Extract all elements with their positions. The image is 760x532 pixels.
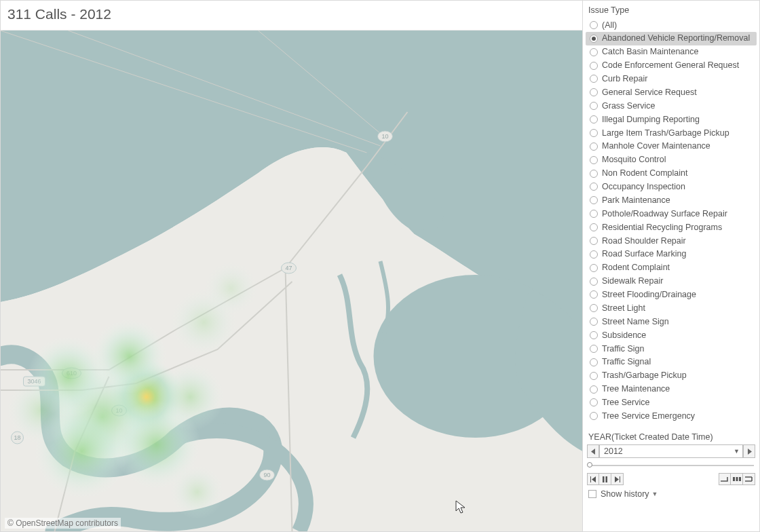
issue-type-option-label: Street Flooding/Drainage bbox=[602, 289, 696, 301]
radio-icon bbox=[590, 358, 598, 366]
issue-type-option[interactable]: Traffic Sign bbox=[586, 342, 757, 356]
issue-type-option[interactable]: Street Light bbox=[586, 301, 757, 315]
radio-icon bbox=[590, 250, 598, 259]
issue-type-option-label: Trash/Garbage Pickup bbox=[602, 370, 687, 381]
radio-icon bbox=[590, 75, 598, 83]
loop-mode-bounce-button[interactable] bbox=[743, 473, 755, 485]
pause-button[interactable] bbox=[599, 473, 611, 485]
issue-type-option[interactable]: Road Surface Marking bbox=[586, 248, 757, 261]
issue-type-option[interactable]: Residential Recycling Programs bbox=[586, 221, 757, 234]
issue-type-option[interactable]: Trash/Garbage Pickup bbox=[586, 369, 757, 383]
radio-icon bbox=[590, 412, 598, 420]
issue-type-option[interactable]: Park Maintenance bbox=[586, 193, 757, 207]
year-next-button[interactable] bbox=[743, 444, 755, 458]
issue-type-option-label: Park Maintenance bbox=[602, 195, 670, 206]
issue-type-option-label: Tree Service bbox=[602, 397, 649, 408]
radio-icon bbox=[590, 278, 598, 286]
svg-text:10: 10 bbox=[381, 133, 388, 140]
issue-type-option[interactable]: Curb Repair bbox=[586, 73, 757, 86]
issue-type-option-label: Residential Recycling Programs bbox=[602, 222, 722, 233]
issue-type-option[interactable]: Illegal Dumping Reporting bbox=[586, 113, 757, 126]
radio-icon bbox=[590, 142, 598, 151]
radio-icon bbox=[590, 385, 598, 394]
year-prev-button[interactable] bbox=[587, 444, 599, 458]
issue-type-option[interactable]: Catch Basin Maintenance bbox=[586, 45, 757, 59]
radio-icon bbox=[590, 196, 598, 204]
chevron-down-icon: ▼ bbox=[652, 491, 658, 497]
issue-type-option-label: Rodent Complaint bbox=[602, 262, 670, 273]
step-forward-button[interactable] bbox=[611, 473, 624, 485]
map-panel: 311 Calls - 2012 bbox=[1, 1, 583, 531]
issue-type-option[interactable]: Pothole/Roadway Surface Repair bbox=[586, 207, 757, 221]
issue-type-option[interactable]: Street Flooding/Drainage bbox=[586, 288, 757, 302]
radio-icon bbox=[590, 318, 598, 326]
issue-type-option-label: Catch Basin Maintenance bbox=[602, 46, 698, 58]
issue-type-option-label: Road Shoulder Repair bbox=[602, 235, 686, 247]
issue-type-option-label: Road Surface Marking bbox=[602, 248, 686, 260]
slider-thumb[interactable] bbox=[587, 462, 592, 468]
issue-type-option[interactable]: Abandoned Vehicle Reporting/Removal bbox=[586, 32, 757, 45]
issue-type-option[interactable]: Occupancy Inspection bbox=[586, 180, 757, 194]
issue-type-option-label: Traffic Sign bbox=[602, 343, 645, 355]
issue-type-option-label: Mosquito Control bbox=[602, 154, 666, 166]
issue-type-option-label: Non Rodent Complaint bbox=[602, 168, 687, 179]
filter-panel: Issue Type (All)Abandoned Vehicle Report… bbox=[583, 1, 759, 531]
loop-mode-hold-button[interactable] bbox=[719, 473, 731, 485]
svg-rect-31 bbox=[739, 477, 741, 481]
radio-icon bbox=[590, 170, 598, 178]
issue-type-option[interactable]: Tree Service Emergency bbox=[586, 409, 757, 423]
issue-type-option[interactable]: Grass Service bbox=[586, 99, 757, 113]
issue-type-option-label: Traffic Signal bbox=[602, 356, 651, 368]
issue-type-option-label: Curb Repair bbox=[602, 73, 647, 85]
issue-type-option-label: Occupancy Inspection bbox=[602, 181, 685, 193]
issue-type-option[interactable]: Large Item Trash/Garbage Pickup bbox=[586, 126, 757, 140]
year-selector: 2012 ▼ bbox=[587, 444, 755, 458]
issue-type-option[interactable]: Sidewalk Repair bbox=[586, 275, 757, 288]
step-back-button[interactable] bbox=[587, 473, 599, 485]
issue-type-option[interactable]: Traffic Signal bbox=[586, 356, 757, 369]
issue-type-option[interactable]: Tree Maintenance bbox=[586, 383, 757, 396]
issue-type-option[interactable]: (All) bbox=[586, 18, 757, 32]
radio-icon bbox=[590, 88, 598, 96]
issue-type-option-label: Illegal Dumping Reporting bbox=[602, 114, 700, 126]
issue-type-option-label: (All) bbox=[602, 20, 617, 31]
loop-mode-repeat-button[interactable] bbox=[731, 473, 743, 485]
radio-icon bbox=[590, 21, 598, 29]
svg-rect-28 bbox=[606, 476, 608, 482]
issue-type-option[interactable]: Rodent Complaint bbox=[586, 261, 757, 275]
radio-icon bbox=[590, 398, 598, 406]
radio-icon bbox=[590, 223, 598, 231]
issue-type-option[interactable]: Non Rodent Complaint bbox=[586, 167, 757, 180]
issue-type-option[interactable]: Subsidence bbox=[586, 328, 757, 342]
radio-icon bbox=[590, 290, 598, 299]
show-history-toggle[interactable]: Show history ▼ bbox=[587, 489, 755, 499]
svg-rect-30 bbox=[736, 477, 738, 481]
year-dropdown[interactable]: 2012 ▼ bbox=[599, 444, 743, 458]
issue-type-option[interactable]: Tree Service bbox=[586, 396, 757, 410]
map-canvas[interactable]: 10 47 610 3046 18 10 90 bbox=[1, 31, 582, 531]
issue-type-option[interactable]: Mosquito Control bbox=[586, 153, 757, 167]
radio-icon bbox=[590, 129, 598, 137]
issue-type-option-label: Sidewalk Repair bbox=[602, 276, 663, 287]
issue-type-option[interactable]: General Service Request bbox=[586, 86, 757, 99]
show-history-checkbox[interactable] bbox=[588, 490, 596, 498]
radio-icon bbox=[590, 331, 598, 339]
issue-type-option-label: Subsidence bbox=[602, 330, 646, 341]
issue-type-option-label: Pothole/Roadway Surface Repair bbox=[602, 208, 727, 220]
issue-type-option-label: Tree Service Emergency bbox=[602, 411, 695, 422]
issue-type-option[interactable]: Street Name Sign bbox=[586, 315, 757, 328]
issue-type-option-label: Street Light bbox=[602, 303, 645, 314]
issue-type-label: Issue Type bbox=[586, 3, 757, 18]
issue-type-option-label: Grass Service bbox=[602, 100, 656, 112]
issue-type-option[interactable]: Road Shoulder Repair bbox=[586, 234, 757, 248]
issue-type-option-label: Code Enforcement General Request bbox=[602, 60, 739, 71]
year-value: 2012 bbox=[604, 446, 623, 456]
issue-type-option[interactable]: Code Enforcement General Request bbox=[586, 59, 757, 73]
svg-point-24 bbox=[204, 261, 259, 316]
radio-icon bbox=[590, 115, 598, 124]
radio-icon bbox=[590, 48, 598, 56]
year-slider[interactable] bbox=[587, 462, 755, 469]
issue-type-option[interactable]: Manhole Cover Maintenance bbox=[586, 140, 757, 153]
svg-point-25 bbox=[170, 465, 225, 519]
radio-icon bbox=[590, 304, 598, 312]
